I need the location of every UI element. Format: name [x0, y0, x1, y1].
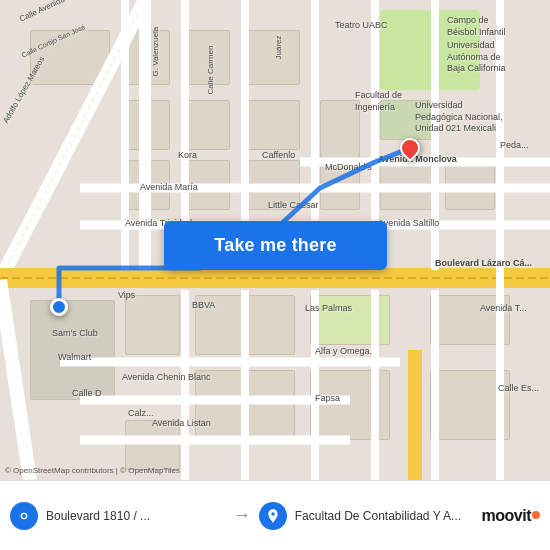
svg-point-27 [22, 514, 26, 518]
label-av-saltillo: Avenida Saltillo [378, 218, 439, 228]
label-av-listan: Avenida Listan [152, 418, 211, 428]
label-sams: Sam's Club [52, 328, 98, 338]
map-copyright: © OpenStreetMap contributors | © OpenMap… [5, 466, 180, 475]
map-container: Calle Avenida San Mateo Adolfo López Mat… [0, 0, 550, 480]
label-las-palmas: Las Palmas [305, 303, 352, 313]
label-caffenlo: Caffenlo [262, 150, 295, 160]
label-carmen: Calle Carmen [206, 46, 215, 95]
label-campo: Campo deBéisbol Infantil [447, 15, 506, 38]
bottom-bar: Boulevard 1810 / ... → Facultad De Conta… [0, 480, 550, 550]
label-pedago: Peda... [500, 140, 529, 150]
label-mcdonalds: McDonald's [325, 162, 372, 172]
label-ingenieria: Facultad deIngeniería [355, 90, 402, 113]
label-little-caesar: Little Caesar [268, 200, 319, 210]
label-calle-d: Calle D [72, 388, 102, 398]
moovit-text: moovit [482, 507, 531, 525]
label-av-t: Avenida T... [480, 303, 527, 313]
label-upn: UniversidadPedagógica Nacional,Unidad 02… [415, 100, 503, 135]
label-juarez: Juárez [274, 35, 283, 59]
label-fapsa: Fapsa [315, 393, 340, 403]
moovit-dot [532, 511, 540, 519]
label-calz: Calz... [128, 408, 154, 418]
destination-marker [400, 138, 420, 158]
destination-pin [396, 134, 424, 162]
label-teatro: Teatro UABC [335, 20, 388, 30]
label-valenzuela: G. Valenzuela [151, 27, 160, 77]
take-me-there-label: Take me there [214, 235, 336, 256]
label-uabc: UniversidadAutónoma deBaja California [447, 40, 506, 75]
destination-icon [259, 502, 287, 530]
label-kora: Kora [178, 150, 197, 160]
arrow-right-icon: → [233, 505, 251, 526]
label-alfa: Alfa y Omega. [315, 346, 372, 356]
origin-text: Boulevard 1810 / ... [46, 509, 150, 523]
moovit-logo: moovit [482, 507, 540, 525]
take-me-there-button[interactable]: Take me there [164, 221, 387, 270]
label-blvd-lazaro-r: Boulevard Lázaro Cá... [435, 258, 532, 268]
start-location-marker [50, 298, 68, 316]
origin-icon [10, 502, 38, 530]
destination-pin-icon [265, 508, 281, 524]
svg-rect-2 [0, 268, 550, 288]
destination-section: Facultad De Contabilidad Y A... [259, 502, 474, 530]
svg-line-4 [0, 280, 30, 480]
label-bbva: BBVA [192, 300, 215, 310]
origin-section: Boulevard 1810 / ... [10, 502, 225, 530]
label-vips: Vips [118, 290, 135, 300]
label-calle-es: Calle Es... [498, 383, 539, 393]
label-av-maria: Avenida María [140, 182, 198, 192]
label-walmart: Walmart [58, 352, 91, 362]
location-dot-icon [16, 508, 32, 524]
destination-text: Facultad De Contabilidad Y A... [295, 509, 461, 523]
label-chenin: Avenida Chenin Blanc [122, 372, 210, 382]
